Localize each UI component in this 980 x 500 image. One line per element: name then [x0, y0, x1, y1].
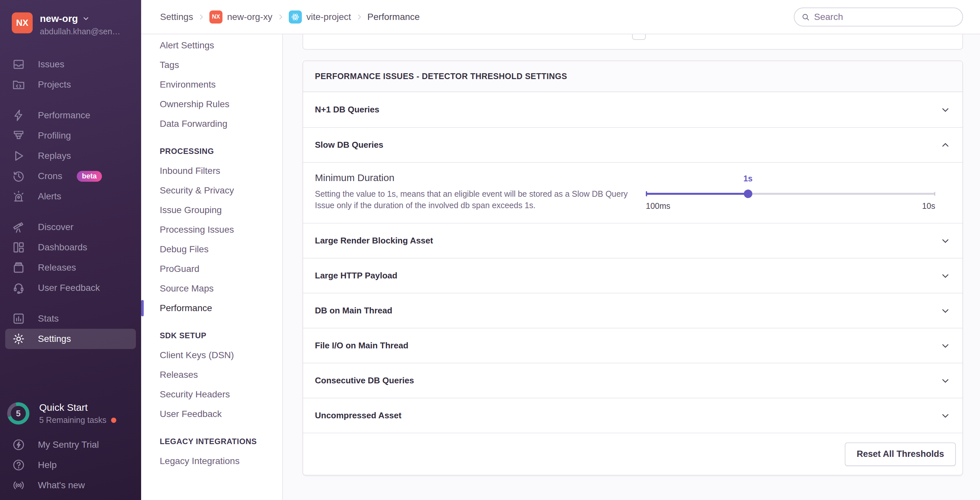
settings-nav-client-keys[interactable]: Client Keys (DSN)	[141, 346, 282, 365]
accordion-row-large-render-blocking-asset[interactable]: Large Render Blocking Asset	[303, 223, 963, 258]
sidebar-item-stats[interactable]: Stats	[0, 309, 141, 329]
progress-ring: 5	[7, 402, 29, 425]
issues-icon	[12, 57, 25, 71]
sidebar-item-label: Settings	[38, 334, 71, 344]
org-email: abdullah.khan@sen…	[40, 27, 120, 36]
slider-max-tick	[934, 192, 935, 196]
breadcrumb-project-label: vite-project	[306, 12, 351, 22]
breadcrumb: Settings NX new-org-xy vite-project Perf…	[160, 10, 420, 24]
scrolled-panel-bottom	[302, 34, 963, 50]
sidebar-item-replays[interactable]: Replays	[0, 146, 141, 166]
sidebar-item-user-feedback[interactable]: User Feedback	[0, 278, 141, 298]
settings-nav-tags[interactable]: Tags	[141, 55, 282, 75]
settings-nav-environments[interactable]: Environments	[141, 75, 282, 94]
bar-chart-icon	[12, 312, 25, 325]
search-icon	[801, 13, 810, 22]
profiling-icon	[12, 129, 25, 142]
sidebar-item-label: Replays	[38, 151, 71, 161]
search-input[interactable]	[814, 12, 956, 22]
chevron-right-icon	[356, 13, 363, 21]
breadcrumb-page: Performance	[368, 12, 420, 22]
settings-nav-security-privacy[interactable]: Security & Privacy	[141, 181, 282, 200]
sidebar-item-dashboards[interactable]: Dashboards	[0, 237, 141, 258]
headset-icon	[12, 281, 25, 295]
org-switcher[interactable]: NX new-org abdullah.khan@sen…	[0, 10, 141, 48]
slider-max-label: 10s	[922, 201, 935, 211]
chevron-down-icon	[82, 15, 90, 22]
settings-nav-legacy-integrations[interactable]: Legacy Integrations	[141, 451, 282, 471]
breadcrumb-settings[interactable]: Settings	[160, 12, 193, 22]
accordion-row-n1-db-queries[interactable]: N+1 DB Queries	[303, 92, 963, 127]
broadcast-icon	[12, 478, 25, 492]
question-circle-icon	[12, 458, 25, 472]
content-area: PERFORMANCE ISSUES - DETECTOR THRESHOLD …	[283, 34, 980, 500]
quick-start-panel[interactable]: 5 Quick Start 5 Remaining tasks	[0, 399, 141, 427]
sidebar-item-alerts[interactable]: Alerts	[0, 186, 141, 207]
chevron-down-icon	[940, 411, 951, 421]
accordion-row-consecutive-db-queries[interactable]: Consecutive DB Queries	[303, 363, 963, 398]
sidebar-item-performance[interactable]: Performance	[0, 105, 141, 126]
settings-nav-alert-settings[interactable]: Alert Settings	[141, 36, 282, 55]
settings-nav-inbound-filters[interactable]: Inbound Filters	[141, 161, 282, 181]
settings-nav-processing-issues[interactable]: Processing Issues	[141, 220, 282, 240]
chevron-down-icon	[940, 341, 951, 351]
slider-thumb[interactable]	[744, 189, 752, 198]
accordion-row-label: Uncompressed Asset	[315, 411, 401, 420]
settings-nav-source-maps[interactable]: Source Maps	[141, 279, 282, 298]
accordion-row-label: DB on Main Thread	[315, 306, 392, 316]
sidebar-item-whats-new[interactable]: What's new	[0, 475, 141, 495]
settings-nav-issue-grouping[interactable]: Issue Grouping	[141, 200, 282, 220]
settings-nav-ownership-rules[interactable]: Ownership Rules	[141, 94, 282, 114]
panel-footer: Reset All Thresholds	[303, 433, 963, 475]
breadcrumb-org-label: new-org-xy	[227, 12, 272, 22]
nav-gap	[0, 207, 141, 217]
sidebar-item-discover[interactable]: Discover	[0, 217, 141, 237]
sidebar-item-label: Crons	[38, 171, 62, 182]
slider-min-tick	[646, 191, 647, 196]
settings-nav-heading-processing: PROCESSING	[141, 135, 282, 161]
sidebar-item-help[interactable]: Help	[0, 455, 141, 475]
sidebar-item-projects[interactable]: Projects	[0, 75, 141, 95]
slider-fill	[646, 193, 748, 195]
settings-nav-user-feedback[interactable]: User Feedback	[141, 404, 282, 424]
nav-gap	[0, 298, 141, 309]
breadcrumb-org[interactable]: NX new-org-xy	[209, 10, 272, 24]
settings-nav-security-headers[interactable]: Security Headers	[141, 385, 282, 404]
sidebar-item-my-sentry-trial[interactable]: My Sentry Trial	[0, 435, 141, 455]
settings-nav-debug-files[interactable]: Debug Files	[141, 240, 282, 259]
sidebar-item-profiling[interactable]: Profiling	[0, 126, 141, 146]
breadcrumb-project[interactable]: vite-project	[289, 10, 351, 24]
settings-nav-releases[interactable]: Releases	[141, 365, 282, 385]
settings-nav-proguard[interactable]: ProGuard	[141, 259, 282, 279]
accordion-row-slow-db-queries[interactable]: Slow DB Queries	[303, 127, 963, 162]
accordion-row-label: Slow DB Queries	[315, 140, 383, 150]
sidebar-item-releases[interactable]: Releases	[0, 258, 141, 278]
org-avatar-small: NX	[209, 10, 223, 24]
settings-nav-data-forwarding[interactable]: Data Forwarding	[141, 114, 282, 134]
clock-history-icon	[12, 169, 25, 183]
settings-nav-group: SDK SETUP Client Keys (DSN) Releases Sec…	[141, 320, 282, 424]
top-header: Settings NX new-org-xy vite-project Perf…	[141, 0, 980, 34]
search-box[interactable]	[794, 8, 963, 27]
minimum-duration-slider[interactable]: 1s 100ms 10s	[646, 172, 935, 223]
reset-all-thresholds-button[interactable]: Reset All Thresholds	[845, 443, 956, 466]
sidebar-item-label: Issues	[38, 59, 64, 70]
accordion-row-db-on-main-thread[interactable]: DB on Main Thread	[303, 293, 963, 328]
sidebar-item-label: What's new	[38, 480, 85, 490]
sidebar-item-issues[interactable]: Issues	[0, 54, 141, 75]
sidebar-item-label: Stats	[38, 314, 59, 324]
accordion-row-label: N+1 DB Queries	[315, 105, 379, 115]
sidebar-item-label: Projects	[38, 80, 71, 90]
settings-nav-performance[interactable]: Performance	[141, 298, 282, 318]
accordion-row-file-io-on-main-thread[interactable]: File I/O on Main Thread	[303, 328, 963, 363]
accordion-row-uncompressed-asset[interactable]: Uncompressed Asset	[303, 398, 963, 433]
chevron-down-icon	[940, 376, 951, 386]
quick-start-title: Quick Start	[39, 402, 116, 413]
settings-nav-heading-sdk-setup: SDK SETUP	[141, 320, 282, 346]
react-project-icon	[289, 10, 302, 24]
setting-description: Setting the value to 1s, means that an e…	[315, 188, 635, 211]
sidebar-item-crons[interactable]: Crons beta	[0, 166, 141, 186]
main-sidebar: NX new-org abdullah.khan@sen… Issues Pro…	[0, 0, 141, 500]
accordion-row-large-http-payload[interactable]: Large HTTP Payload	[303, 258, 963, 293]
sidebar-item-settings[interactable]: Settings	[5, 329, 136, 349]
